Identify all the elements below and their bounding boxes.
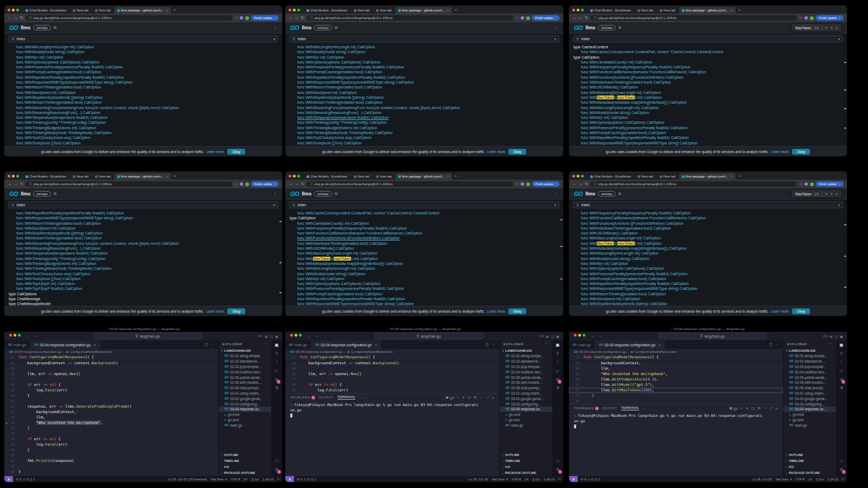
- remote-indicator[interactable]: ≷: [569, 476, 578, 482]
- status-item-2[interactable]: LF: [525, 478, 528, 481]
- forward-icon[interactable]: →: [579, 16, 583, 20]
- index-entry-link[interactable]: func WithRepetitionPenalty(repetitionPen…: [569, 281, 847, 286]
- tab-close-icon[interactable]: ×: [94, 343, 96, 347]
- back-icon[interactable]: ←: [289, 182, 293, 186]
- bookmark-star-icon[interactable]: ☆: [234, 16, 238, 20]
- index-entry-link[interactable]: func WithJSONMode() CallOption: [569, 231, 847, 236]
- status-item-2[interactable]: LF: [808, 478, 812, 481]
- close-button[interactable]: [8, 9, 10, 11]
- testing-icon[interactable]: ⚗: [275, 386, 278, 391]
- minimize-button[interactable]: [578, 334, 581, 337]
- remote-indicator[interactable]: ≷: [4, 476, 13, 482]
- finish-update-button[interactable]: Finish update⋮: [816, 15, 844, 21]
- editor-tab-1[interactable]: GOmain.go: [569, 340, 595, 349]
- chrome-menu-icon[interactable]: ⋮: [273, 16, 277, 20]
- minimize-button[interactable]: [293, 175, 296, 178]
- notifications-bell-icon[interactable]: ⍾: [842, 477, 844, 481]
- status-item-1[interactable]: UTF-8: [231, 478, 240, 481]
- index-entry-link[interactable]: func WithCandidateCount(c int) CallOptio…: [569, 60, 847, 65]
- cursor-position[interactable]: Ln 26, Col 35: [469, 478, 488, 481]
- index-entry-link[interactable]: func WithFunctions(functions []FunctionD…: [569, 221, 847, 226]
- explorer-file-02-08-chat-prompt-[interactable]: GO02-08-chat-prompt...: [783, 385, 836, 391]
- tab-close-icon[interactable]: ×: [731, 175, 733, 178]
- index-dropdown[interactable]: ☰Index▾: [573, 35, 843, 42]
- browser-tab-1[interactable]: Chat Models - Excalidraw: [304, 7, 350, 14]
- explorer-file-02-01-string-templa-[interactable]: GO02-01-string-templa...: [219, 353, 271, 359]
- close-button[interactable]: [289, 9, 291, 11]
- back-icon[interactable]: ←: [8, 16, 12, 20]
- more-actions-icon[interactable]: ⋯: [492, 343, 495, 347]
- browser-tab-2[interactable]: New tab: [635, 7, 656, 14]
- index-entry-link[interactable]: func WithN(n int) CallOption: [569, 261, 847, 266]
- index-entry-link[interactable]: func WithThinkingBudget(tokens int) Call…: [4, 261, 282, 266]
- index-entry-link[interactable]: func WithFunctions(functions []FunctionD…: [569, 75, 847, 80]
- browser-tab-2[interactable]: New tab: [351, 173, 372, 180]
- index-entry-link[interactable]: func WithCacheControl(content ContentPar…: [285, 211, 563, 216]
- index-entry-link[interactable]: func WithStopWords(stopWords []string) C…: [4, 231, 282, 236]
- index-entry-link[interactable]: func WithTemperature(temperature float64…: [4, 115, 282, 120]
- index-entry-link[interactable]: func WithReturnThinking(enabled bool) Ca…: [569, 291, 847, 296]
- explorer-file-02-03-jinja-templat-[interactable]: GO02-03-jinja-templat...: [500, 364, 552, 370]
- index-entry-link[interactable]: func WithFunctionCallBehavior(behavior F…: [285, 231, 563, 236]
- find-next-icon[interactable]: ∨: [830, 26, 833, 30]
- explorer-file-02-02-standard-te-[interactable]: GO02-02-standard-te...: [500, 359, 552, 364]
- browser-tab-2[interactable]: New tab: [351, 7, 372, 14]
- explorer-file-03-04-response-co-[interactable]: GO03-04-response-co...: [500, 407, 552, 412]
- settings-icon[interactable]: ⚙1: [839, 468, 843, 472]
- zoom-button[interactable]: [297, 9, 300, 11]
- explorer-file-03-02-google-genai-[interactable]: GO03-02-google-genai...: [500, 396, 552, 401]
- panel-tab-problems[interactable]: PROBLEMS1: [290, 396, 315, 400]
- index-entry-link[interactable]: func WithToolChoice(choice any) CallOpti…: [285, 135, 563, 140]
- index-entry-link[interactable]: func WithStreamThinking(enabled bool) Ca…: [285, 100, 563, 105]
- copy-path-icon[interactable]: ⧉: [335, 26, 337, 30]
- breadcrumb[interactable]: GO03-04-response-configuration.go›◈Confi…: [569, 349, 783, 354]
- page-menu-icon[interactable]: ⋮: [554, 26, 558, 30]
- bookmark-star-icon[interactable]: ☆: [515, 182, 519, 186]
- section-outline[interactable]: ›OUTLINE: [219, 452, 271, 458]
- index-entry-link[interactable]: func WithFrequencyPenalty(frequencyPenal…: [285, 226, 563, 231]
- back-icon[interactable]: ←: [572, 182, 577, 186]
- explorer-more-icon[interactable]: ⋯: [545, 342, 549, 346]
- explorer-file-02-06-with-models-[interactable]: GO02-06-with-models....: [219, 380, 271, 385]
- profile-avatar[interactable]: [526, 16, 530, 20]
- terminal-more-icon[interactable]: ⋯: [480, 395, 483, 400]
- index-entry-link[interactable]: func WithThinking(config *ThinkingConfig…: [4, 120, 282, 125]
- go-logo[interactable]: GO: [290, 24, 299, 31]
- copy-path-icon[interactable]: ⧉: [618, 26, 621, 30]
- index-entry-link[interactable]: func WithRepetitionPenalty(repetitionPen…: [569, 135, 847, 140]
- site-info-icon[interactable]: ⓘ: [29, 16, 32, 20]
- status-item-4[interactable]: 1.24.10: [544, 478, 554, 481]
- section-timeline[interactable]: ›TIMELINE: [500, 458, 552, 464]
- index-entry-link[interactable]: func WithStreamThinking(enabled bool) Ca…: [4, 236, 282, 240]
- zoom-button[interactable]: [18, 334, 21, 337]
- index-entry-link[interactable]: func WithOptions(options CallOptions) Ca…: [569, 266, 847, 271]
- cursor-position[interactable]: Ln 25, Col 37 (28 selected): [168, 478, 207, 481]
- tab-close-icon[interactable]: ×: [447, 9, 449, 12]
- explorer-file-02-08-chat-prompt-[interactable]: GO02-08-chat-prompt...: [500, 385, 552, 391]
- index-entry-link[interactable]: func WithPresencePenalty(presencePenalty…: [4, 65, 282, 69]
- section-go[interactable]: ›GO: [500, 464, 552, 470]
- index-entry-link[interactable]: func WithPromptCaching(enabled bool) Cal…: [569, 130, 847, 135]
- index-entry-link[interactable]: func WithFunctions(functions []FunctionD…: [285, 236, 563, 240]
- account-icon[interactable]: ⚇: [275, 459, 278, 464]
- index-entry-link[interactable]: func WithResponseMIMEType(responseMIMETy…: [285, 301, 563, 306]
- browser-tab-1[interactable]: Chat Models - Excalidraw: [23, 173, 69, 180]
- status-item-0[interactable]: Tab Size: 4: [492, 478, 508, 481]
- explorer-file-02-03-jinja-templat-[interactable]: GO02-03-jinja-templat...: [783, 364, 836, 370]
- finish-update-button[interactable]: Finish update⋮: [251, 181, 279, 187]
- terminal-dropdown-icon[interactable]: ∨: [462, 395, 465, 400]
- panel-tab-problems[interactable]: PROBLEMS1: [574, 407, 599, 410]
- copilot-sparkle-icon[interactable]: ✦: [5, 420, 8, 426]
- tab-close-icon[interactable]: ×: [659, 343, 661, 347]
- kill-terminal-icon[interactable]: ⊟: [757, 406, 761, 410]
- copy-path-icon[interactable]: ⧉: [618, 192, 621, 196]
- extensions-icon[interactable]: ⊞2: [556, 378, 560, 382]
- index-entry-link[interactable]: func WithReturnThinking(enabled bool) Ca…: [4, 221, 282, 226]
- split-editor-icon[interactable]: ◫: [204, 343, 208, 347]
- zoom-button[interactable]: [16, 175, 19, 178]
- index-entry-link[interactable]: func WithFunctionCallBehavior(behavior F…: [569, 216, 847, 220]
- reload-icon[interactable]: ↻: [20, 16, 23, 20]
- learn-more-link[interactable]: Learn more.: [206, 309, 225, 313]
- site-info-icon[interactable]: ⓘ: [310, 182, 313, 186]
- browser-tab-3[interactable]: New tab: [373, 7, 394, 14]
